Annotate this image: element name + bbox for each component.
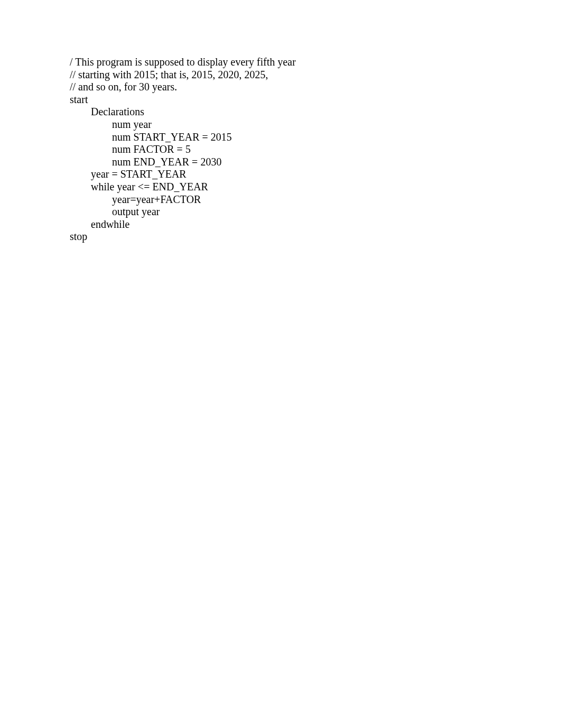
code-line: endwhile <box>70 218 561 231</box>
code-line: Declarations <box>70 106 561 118</box>
code-line: num END_YEAR = 2030 <box>70 156 561 169</box>
code-line: num FACTOR = 5 <box>70 143 561 156</box>
code-line: start <box>70 94 561 106</box>
code-line: / This program is supposed to display ev… <box>70 56 561 69</box>
code-line: stop <box>70 231 561 243</box>
pseudocode-block: / This program is supposed to display ev… <box>70 56 561 243</box>
code-line: year=year+FACTOR <box>70 193 561 206</box>
code-line: // and so on, for 30 years. <box>70 81 561 94</box>
code-line: output year <box>70 206 561 218</box>
code-line: num year <box>70 118 561 131</box>
code-line: year = START_YEAR <box>70 168 561 181</box>
code-line: num START_YEAR = 2015 <box>70 131 561 144</box>
code-line: while year <= END_YEAR <box>70 181 561 193</box>
code-line: // starting with 2015; that is, 2015, 20… <box>70 69 561 81</box>
